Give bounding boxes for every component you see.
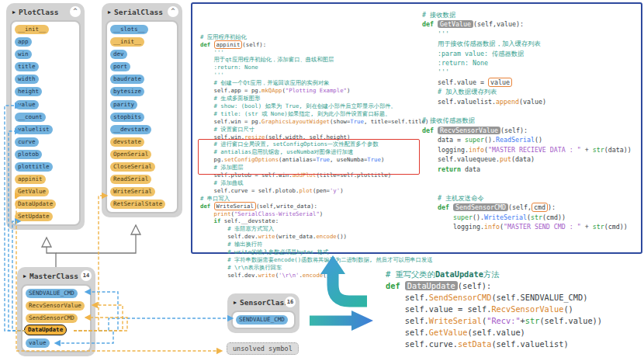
code-line: # 字符串数据需要encode()函数将其编码为二进制数据, 然后才可以用串口发… [200,256,422,264]
member-pill-RetSerialState[interactable]: RetSerialState [110,200,165,209]
class-node-masterclass[interactable]: ▸ MasterClass 14 SENDVALUE_CMDRecvSensor… [17,267,95,356]
class-node-plotclass[interactable]: ▸ PlotClass ^ __init__appwintitlewidthhe… [6,3,85,230]
code-line: self.win.resize(self.width, self.height) [200,134,422,141]
unsolved-symbol-node[interactable]: unsolved symbol [227,342,299,355]
code-line: self.win = pg.GraphicsLayoutWidget(show=… [200,118,422,126]
member-pill-curve[interactable]: curve [15,137,39,147]
code-line: # 输出换行符 [200,241,422,248]
code-line: # 接收传感器数据 [422,116,636,125]
member-pill-CloseSerial[interactable]: CloseSerial [110,162,155,172]
code-line: def GetValue(self,value): [422,19,636,29]
code-line: pg.setConfigOptions(antialias=True, useN… [200,156,422,164]
code-line: self.valuelist.append(value) [422,97,636,106]
member-pill-value[interactable]: value [15,100,39,109]
expander-icon[interactable]: ▸ [108,9,111,16]
member-pill-port[interactable]: port [110,62,130,71]
member-pill-dev[interactable]: dev [110,50,127,59]
member-pill-GetValue[interactable]: GetValue [15,187,49,196]
member-count-badge[interactable]: 16 [285,297,296,307]
class-node-serialclass[interactable]: ▸ SerialClass ^ __slots____init__devport… [102,3,182,217]
class-node-sensorclass[interactable]: ▸ SensorClass 16 SENDVALUE_CMD [227,293,299,333]
expander-icon[interactable]: ▸ [23,272,26,279]
expander-icon[interactable]: ▸ [234,299,237,306]
code-line: self.valuequeue.put(data) [422,154,636,164]
member-pill-SENDVALUE_CMD[interactable]: SENDVALUE_CMD [26,289,78,298]
code-line: # 添加图层 [200,164,422,172]
member-pill-valuelist[interactable]: valuelist [15,125,53,134]
member-pill-WriteSerial[interactable]: WriteSerial [110,187,155,196]
code-line: 用于接收传感器数据，加入缓存列表 [422,39,636,48]
member-pill-appinit[interactable]: appinit [15,175,46,184]
code-line: # 进行窗口全局设置, setConfigOptions一次性配置多个参数 [200,141,422,148]
code-line: self.curve = self.plotob.plot(pen='y') [200,187,422,195]
code-line: return data [422,165,636,174]
code-line: ''' [200,71,422,79]
member-pill-__init__[interactable]: __init__ [15,25,49,34]
code-snippet-panel: # 应用程序初始化def appinit(self): ''' 用于qt应用程序… [191,2,642,254]
member-pill-DataUpdate[interactable]: DataUpdate [15,200,56,209]
member-pill-parity[interactable]: parity [110,100,137,109]
code-column-appinit-writeserial: # 应用程序初始化def appinit(self): ''' 用于qt应用程序… [200,10,422,279]
code-graph-view: ▸ PlotClass ^ __init__appwintitlewidthhe… [0,0,644,361]
code-line: self.SendSensorCMD(self.SENDVALUE_CMD) [386,292,642,304]
member-pill-OpenSerial[interactable]: OpenSerial [110,150,151,159]
code-line: # 生成多面板图形 [200,95,422,102]
member-pill-__init__[interactable]: __init__ [110,37,144,47]
member-pill-plottitle[interactable]: plottitle [15,162,53,172]
member-panel: __slots____init__devportbaudratebytesize… [106,20,178,213]
code-line: # 创建一个Qt应用，并返回该应用的实例对象 [200,79,422,87]
class-header[interactable]: ▸ PlotClass ^ [6,3,85,20]
code-line: super().WriteSerial(str(cmd)) [422,213,636,222]
member-pill-SetUpdate[interactable]: SetUpdate [15,212,53,221]
member-pill-bytesize[interactable]: bytesize [110,87,144,96]
code-line: # 主机发送命令 [422,193,636,203]
member-pill-__devstate[interactable]: __devstate [110,125,151,134]
expander-icon[interactable]: ▸ [12,9,16,16]
member-pill-app[interactable]: app [15,37,32,47]
code-line: 用于qt应用程序初始化，添加窗口、曲线和图层 [200,56,422,64]
code-line: # write的输入参数必须是bytes 格式 [200,248,422,256]
inheritance-edges [42,225,140,267]
code-column-getvalue-sendsensorcmd: # 接收数据def GetValue(self,value): ''' 用于接收… [422,10,636,231]
code-line: def appinit(self): [200,41,422,49]
collapse-button[interactable]: ^ [168,6,178,17]
member-pill-__slots__[interactable]: __slots__ [110,25,148,34]
member-pill-SendSensorCMD[interactable]: SendSensorCMD [26,314,78,323]
class-header[interactable]: ▸ SensorClass 16 [227,293,299,311]
code-line: # 添加曲线 [200,179,422,187]
member-pill-stopbits[interactable]: stopbits [110,113,144,122]
member-count-badge[interactable]: 14 [81,270,92,281]
code-line [422,183,636,193]
member-pill-value[interactable]: value [26,338,50,348]
collapse-button[interactable]: ^ [70,6,81,17]
code-line: self.value = self.RecvSensorValue() [386,304,642,315]
code-line: self.curve.setData(self.valuelist) [386,338,642,350]
code-line: def WriteSerial(self,write_data): [200,203,422,210]
member-pill-width[interactable]: width [15,75,39,84]
member-pill-RecvSensorValue[interactable]: RecvSensorValue [26,301,85,311]
dataupdate-override-snippet: # 重写父类的DataUpdate方法def DataUpdate(self):… [386,269,642,356]
code-line: ''' [422,30,636,39]
member-pill-ReadSerial[interactable]: ReadSerial [110,175,151,184]
code-line: ''' [200,49,422,57]
code-line: :return: None [200,64,422,71]
member-pill-win[interactable]: win [15,50,32,59]
member-pill-DataUpdate[interactable]: DataUpdate [24,325,67,335]
code-line: def DataUpdate(self): [386,280,642,292]
code-line: self.GetValue(self.value) [386,327,642,338]
member-pill-plotob[interactable]: plotob [15,150,42,159]
member-pill-__count[interactable]: __count [15,113,46,122]
code-line: ''' [422,68,636,77]
code-line: # 非阻塞方式写入 [200,225,422,233]
code-line: # 设置窗口尺寸 [200,126,422,134]
member-pill-SENDVALUE_CMD[interactable]: SENDVALUE_CMD [236,315,288,325]
member-pill-baudrate[interactable]: baudrate [110,75,144,84]
code-line: :return: None [422,58,636,68]
code-line: print("SerialClass-WriteSerial") [200,210,422,218]
class-header[interactable]: ▸ MasterClass 14 [17,267,95,284]
class-header[interactable]: ▸ SerialClass ^ [102,3,182,20]
code-line: if self.__devstate: [200,217,422,225]
member-pill-devstate[interactable]: devstate [110,137,144,147]
member-pill-height[interactable]: height [15,87,42,96]
member-pill-title[interactable]: title [15,62,39,71]
